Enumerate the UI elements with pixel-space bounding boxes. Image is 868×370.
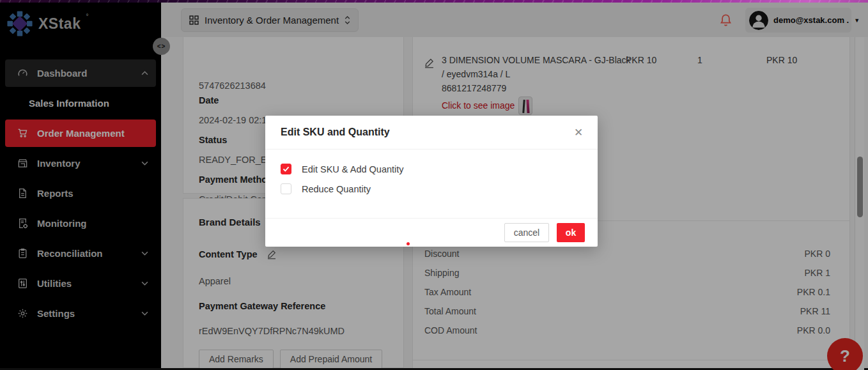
modal-header: Edit SKU and Quantity ✕ xyxy=(265,116,598,150)
red-dot-indicator xyxy=(407,242,410,245)
top-accent-strip xyxy=(0,0,868,3)
page: XStak ° Dashboard Sales Information Orde… xyxy=(0,0,868,370)
cancel-button[interactable]: cancel xyxy=(504,223,549,242)
ok-button[interactable]: ok xyxy=(557,223,585,242)
checkmark-icon xyxy=(283,166,290,172)
option-edit-sku-add-quantity[interactable]: Edit SKU & Add Quantity xyxy=(281,164,582,174)
close-icon[interactable]: ✕ xyxy=(571,125,586,140)
option-label: Reduce Quantity xyxy=(302,184,371,194)
option-label: Edit SKU & Add Quantity xyxy=(302,164,404,174)
modal-footer: cancel ok xyxy=(265,218,598,246)
modal-body: Edit SKU & Add Quantity Reduce Quantity xyxy=(265,150,598,218)
checkbox-checked[interactable] xyxy=(281,164,291,174)
modal-title: Edit SKU and Quantity xyxy=(281,127,390,138)
edit-sku-modal: Edit SKU and Quantity ✕ Edit SKU & Add Q… xyxy=(265,116,598,247)
option-reduce-quantity[interactable]: Reduce Quantity xyxy=(281,183,582,194)
checkbox-unchecked[interactable] xyxy=(281,183,291,194)
